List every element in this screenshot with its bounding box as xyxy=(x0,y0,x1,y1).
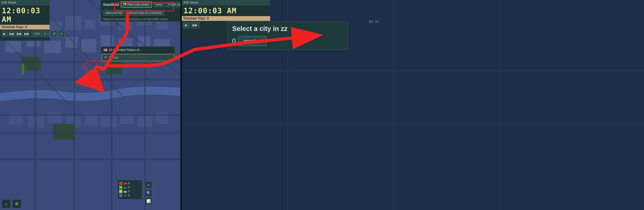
right-fast-forward-button[interactable]: ▶▶ xyxy=(190,22,200,28)
settings-button[interactable]: ⚙ xyxy=(12,200,21,208)
select-city-panel: Select a city in zz 0 oneshot xyxy=(228,21,348,50)
us-cities-text: 13 in United States of... xyxy=(109,48,142,52)
key-z: z xyxy=(142,18,143,20)
right-finished-trips: Finished Trips: 0 xyxy=(182,16,270,21)
double-fast-forward-button[interactable]: ▶▶ xyxy=(16,30,23,37)
svg-rect-14 xyxy=(81,39,96,52)
left-window-title: A/B Street xyxy=(0,0,50,5)
svg-rect-5 xyxy=(85,20,96,29)
bus-checkbox[interactable] xyxy=(119,190,122,193)
city-name-text: Paris (city center) xyxy=(128,3,150,6)
panel-separator xyxy=(180,0,182,210)
bike-count: 0 xyxy=(128,186,130,189)
svg-rect-32 xyxy=(22,64,24,74)
traffic-counters-panel: 🚗 0 🚲 0 🚌 0 🚶 0 xyxy=(118,180,142,200)
map-icon: 🗺 xyxy=(123,3,126,6)
right-time-text: 12:00:03 AM xyxy=(184,6,236,15)
svg-rect-24 xyxy=(101,116,117,128)
bottom-icons-left: ⌂ ⚙ xyxy=(2,200,21,208)
right-play-icon: ▶ xyxy=(185,23,188,27)
sandbox-title: Sandbox xyxy=(103,2,119,7)
fast-forward-button[interactable]: ▶▶ xyxy=(9,30,15,37)
home-button[interactable]: ⌂ xyxy=(2,200,10,208)
svg-rect-29 xyxy=(106,62,122,74)
left-top-bar: A/B Street 12:00:03 AM Finished Trips: 0… xyxy=(0,0,50,38)
left-time-text: 12:00:03 AM xyxy=(2,6,40,24)
home-icon: ⌂ xyxy=(5,201,8,206)
walk-checkbox[interactable] xyxy=(119,194,122,197)
right-fast-forward-icon: ▶▶ xyxy=(192,23,198,27)
reset-time-button[interactable]: ↺ xyxy=(51,30,57,37)
left-simulation-panel: A/B Street 12:00:03 AM Finished Trips: 0… xyxy=(0,0,180,210)
traffic-row-bike: 🚲 0 xyxy=(119,186,141,189)
left-title-text: A/B Street xyxy=(2,1,16,4)
svg-rect-12 xyxy=(44,41,61,53)
fast-forward-icon: ▶▶ xyxy=(10,32,14,36)
select-city-title: Select a city in zz xyxy=(232,25,344,32)
traffic-row-bus: 🚌 0 xyxy=(119,190,141,193)
right-play-button[interactable]: ▶ xyxy=(183,22,190,28)
record-scenario-button[interactable]: Record trips as a scenario xyxy=(126,10,164,16)
back-button[interactable]: ↩ xyxy=(58,30,64,37)
chart-icon: 📊 xyxy=(146,199,151,203)
car-count: 0 xyxy=(128,182,130,185)
settings-icon: ⚙ xyxy=(15,201,19,206)
time-skip-label: +10m xyxy=(33,32,40,35)
bike-icon: 🚲 xyxy=(124,186,127,189)
filter-icon: ≡ xyxy=(148,183,150,187)
walk-icon: 🚶 xyxy=(124,194,127,197)
play-button[interactable]: ▶ xyxy=(2,30,8,37)
dropdown-item-us[interactable]: 🇺🇸 13 in United States of... xyxy=(101,46,175,54)
city-count-number: 0 xyxy=(232,37,236,45)
zz-cities-text: 1 in zz xyxy=(109,56,118,60)
svg-rect-13 xyxy=(66,37,78,48)
select-city-count-row: 0 oneshot xyxy=(232,36,344,46)
right-trips-text: Finished Trips: 0 xyxy=(184,17,209,20)
no-dc-label: NO DC xyxy=(369,20,380,24)
right-time-display: 12:00:03 AM xyxy=(182,5,270,16)
car-icon: 🚗 xyxy=(124,182,127,185)
city-dropdown: 🇺🇸 13 in United States of... 🏳 1 in zz xyxy=(101,46,175,62)
reset-icon: ↺ xyxy=(53,32,55,36)
chart-icon-button[interactable]: 📊 xyxy=(145,198,152,205)
play-icon: ▶ xyxy=(3,32,6,36)
svg-rect-10 xyxy=(5,39,21,52)
left-finished-trips: Finished Trips: 0 xyxy=(0,25,50,30)
left-controls-bar: ▶ ▶▶ ▶▶ ▶▶ +10m ▼ ↺ ↩ xyxy=(0,30,50,38)
sandbox-panel: Sandbox 🗺 Paris (city center) none ✏ Edi… xyxy=(101,0,180,22)
right-icons-column: ≡ 🔍 📊 xyxy=(145,181,152,205)
zoom-icon-button[interactable]: 🔍 xyxy=(145,190,152,196)
time-skip-dropdown[interactable]: ▼ xyxy=(42,30,50,37)
time-skip-button[interactable]: +10m xyxy=(31,30,42,37)
traffic-row-car: 🚗 0 xyxy=(119,182,141,185)
left-time-display: 12:00:03 AM xyxy=(0,5,50,25)
back-icon: ↩ xyxy=(60,32,63,36)
car-checkbox[interactable] xyxy=(119,182,122,185)
new-trip-button[interactable]: Start new trip xyxy=(103,10,125,16)
city-selector-button[interactable]: 🗺 Paris (city center) xyxy=(121,2,152,8)
right-window-title: A/B Street xyxy=(182,0,270,5)
walk-count: 0 xyxy=(128,194,130,197)
bus-icon: 🚌 xyxy=(124,190,127,193)
none-button[interactable]: none xyxy=(153,2,164,7)
sandbox-row2: Start new trip Record trips as a scenari… xyxy=(101,9,180,17)
right-simulation-panel: A/B Street 12:00:03 AM Finished Trips: 0… xyxy=(182,0,644,210)
zoom-icon: 🔍 xyxy=(146,191,151,195)
edit-map-button[interactable]: ✏ Edit map xyxy=(166,2,180,7)
traffic-row-walk: 🚶 0 xyxy=(119,194,141,197)
no-dc-text: NO DC xyxy=(369,20,380,24)
zz-flag-icon: 🏳 xyxy=(104,56,108,60)
dropdown-item-zz[interactable]: 🏳 1 in zz xyxy=(102,54,174,61)
left-trips-text: Finished Trips: 0 xyxy=(2,25,27,29)
sandbox-header: Sandbox 🗺 Paris (city center) none ✏ Edi… xyxy=(101,0,180,9)
sandbox-hint: Select an intersection and press z to st… xyxy=(101,17,180,22)
right-title-text: A/B Street xyxy=(184,1,198,4)
bus-count: 0 xyxy=(128,190,130,193)
time-skip-group: +10m ▼ xyxy=(31,30,50,37)
filter-icon-button[interactable]: ≡ xyxy=(145,181,152,188)
triple-fast-forward-button[interactable]: ▶▶ xyxy=(24,30,30,37)
us-flag-icon: 🇺🇸 xyxy=(104,48,107,52)
oneshot-button[interactable]: oneshot xyxy=(238,36,266,46)
bike-checkbox[interactable] xyxy=(119,186,122,189)
